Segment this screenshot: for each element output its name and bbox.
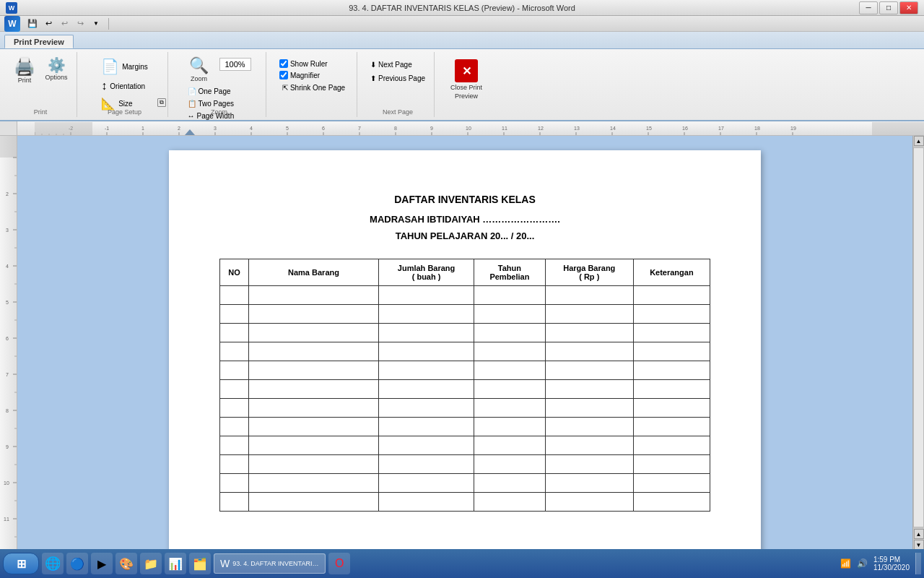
show-ruler-checkbox[interactable]: Show Ruler xyxy=(279,59,328,68)
taskbar-folder-icon[interactable]: 📁 xyxy=(140,553,162,574)
cell-5-0 xyxy=(220,380,249,399)
undo-qat-button2[interactable]: ↩ xyxy=(58,17,71,30)
scroll-page-down-button[interactable]: ▼ xyxy=(914,540,924,550)
taskbar-excel-icon[interactable]: 📊 xyxy=(165,553,186,574)
svg-text:12: 12 xyxy=(538,126,544,131)
cell-11-4 xyxy=(545,493,633,512)
magnifier-checkbox[interactable]: Magnifier xyxy=(279,71,320,79)
page-setup-expand-button[interactable]: ⧉ xyxy=(157,98,166,107)
cell-8-1 xyxy=(249,436,379,455)
ruler-container: -2 -1 1 2 3 4 5 6 7 8 9 10 11 12 13 14 1 xyxy=(0,121,924,136)
minimize-button[interactable]: ─ xyxy=(859,1,878,14)
cell-3-5 xyxy=(633,342,710,361)
margins-label: Margins xyxy=(122,63,148,71)
qat-dropdown[interactable]: ▼ xyxy=(90,17,103,30)
show-desktop-button[interactable] xyxy=(915,553,921,574)
taskbar-ie-icon[interactable]: 🌐 xyxy=(42,553,64,574)
print-label: Print xyxy=(18,77,32,84)
cell-7-2 xyxy=(379,418,474,436)
cell-7-0 xyxy=(220,418,249,436)
taskbar-media-icon[interactable]: ▶ xyxy=(91,553,113,574)
zoom-icon: 🔍 xyxy=(189,58,209,74)
table-row xyxy=(220,380,710,399)
orientation-button[interactable]: ↕ Orientation xyxy=(98,78,151,94)
document-subtitle: MADRASAH IBTIDAIYAH ……………………. xyxy=(219,214,710,225)
document-area: DAFTAR INVENTARIS KELAS MADRASAH IBTIDAI… xyxy=(17,136,912,562)
svg-text:11: 11 xyxy=(502,126,507,131)
taskbar-clock: 1:59 PM 11/30/2020 xyxy=(873,556,910,571)
svg-text:2: 2 xyxy=(178,126,180,131)
cell-7-4 xyxy=(545,418,633,436)
zoom-group-label: Zoom xyxy=(211,107,227,116)
cell-6-5 xyxy=(633,399,710,418)
options-button[interactable]: ⚙️ Options xyxy=(42,56,71,82)
taskbar-word-item[interactable]: W 93. 4. DAFTAR INVENTARIS... xyxy=(214,553,326,574)
navigation-group: ⬇ Next Page ⬆ Previous Page Next Page xyxy=(362,52,435,117)
prev-page-label: Previous Page xyxy=(378,74,425,82)
vertical-ruler: 2 3 4 5 6 7 8 9 10 11 12 xyxy=(0,136,17,562)
clock-date: 11/30/2020 xyxy=(873,564,910,571)
zoom-display-button[interactable]: 100% xyxy=(217,56,254,84)
vertical-scrollbar[interactable]: ▲ ▲ ▼ ▼ xyxy=(912,136,924,562)
col-harga: Harga Barang( Rp ) xyxy=(545,259,633,286)
taskbar-filemanager-icon[interactable]: 🗂️ xyxy=(189,553,211,574)
cell-8-4 xyxy=(545,436,633,455)
svg-rect-52 xyxy=(0,136,17,158)
word-item-icon: W xyxy=(220,558,230,569)
cell-3-4 xyxy=(545,342,633,361)
maximize-button[interactable]: □ xyxy=(879,1,898,14)
close-print-preview-button[interactable]: ✕ Close Print Preview xyxy=(445,56,488,103)
cell-11-3 xyxy=(474,493,546,512)
cell-10-2 xyxy=(379,474,474,493)
cell-8-3 xyxy=(474,436,546,455)
print-preview-tab[interactable]: Print Preview xyxy=(4,35,74,48)
preview-options-content: Show Ruler Magnifier ⇱ Shrink One Page xyxy=(279,53,348,116)
cell-9-4 xyxy=(545,455,633,474)
shrink-one-page-button[interactable]: ⇱ Shrink One Page xyxy=(279,82,348,93)
clock-time: 1:59 PM xyxy=(873,556,910,564)
svg-text:4: 4 xyxy=(6,264,9,269)
scroll-thumb[interactable] xyxy=(913,147,924,527)
window-controls: ─ □ ✕ xyxy=(859,1,918,14)
next-page-button[interactable]: ⬇ Next Page xyxy=(367,59,415,70)
next-page-label: Next Page xyxy=(378,61,412,69)
scroll-page-up-button[interactable]: ▲ xyxy=(914,529,924,539)
close-button[interactable]: ✕ xyxy=(899,1,918,14)
print-button[interactable]: 🖨️ Print xyxy=(10,56,39,85)
one-page-button[interactable]: 📄 One Page xyxy=(185,86,237,97)
zoom-group: 🔍 Zoom 100% 📄 One Page 📋 Two Pages ↔ xyxy=(173,52,266,117)
margins-button[interactable]: 📄 Margins xyxy=(98,56,151,77)
cell-3-0 xyxy=(220,342,249,361)
svg-text:1: 1 xyxy=(141,126,144,131)
table-row xyxy=(220,455,710,474)
print-group-label: Print xyxy=(34,107,48,116)
show-ruler-label: Show Ruler xyxy=(290,60,328,68)
redo-qat-button[interactable]: ↪ xyxy=(74,17,87,30)
taskbar-opera-icon[interactable]: O xyxy=(328,553,350,574)
save-qat-button[interactable]: 💾 xyxy=(26,17,39,30)
start-button[interactable]: ⊞ xyxy=(3,553,39,574)
magnifier-input[interactable] xyxy=(279,71,288,79)
previous-page-button[interactable]: ⬆ Previous Page xyxy=(367,73,428,84)
cell-9-2 xyxy=(379,455,474,474)
col-no: NO xyxy=(220,259,249,286)
zoom-button[interactable]: 🔍 Zoom xyxy=(185,56,214,84)
table-row xyxy=(220,361,710,380)
scroll-up-button[interactable]: ▲ xyxy=(914,136,924,146)
show-ruler-input[interactable] xyxy=(279,59,288,68)
undo-qat-button[interactable]: ↩ xyxy=(42,17,55,30)
page-setup-group: 📄 Margins ↕ Orientation 📐 Size Page Setu… xyxy=(82,52,168,117)
svg-rect-51 xyxy=(0,136,17,562)
taskbar-right: 📶 🔊 1:59 PM 11/30/2020 xyxy=(840,553,921,574)
cell-10-0 xyxy=(220,474,249,493)
zoom-label: Zoom xyxy=(191,75,207,82)
taskbar-paint-icon[interactable]: 🎨 xyxy=(116,553,137,574)
page-width-icon: ↔ xyxy=(188,112,195,120)
two-pages-icon: 📋 xyxy=(188,100,196,108)
svg-text:-1: -1 xyxy=(105,126,109,131)
svg-text:16: 16 xyxy=(682,126,688,131)
cell-8-0 xyxy=(220,436,249,455)
taskbar-chrome-icon[interactable]: 🔵 xyxy=(66,553,88,574)
cell-2-4 xyxy=(545,324,633,342)
table-row xyxy=(220,399,710,418)
